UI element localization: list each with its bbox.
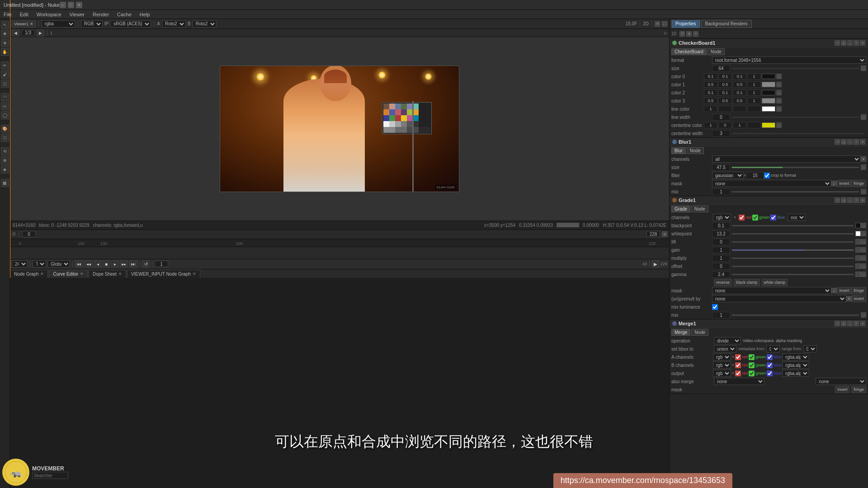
checker-lw-slider[interactable] — [732, 117, 859, 118]
merge-am2-select[interactable]: none — [816, 378, 866, 385]
colorspace-select[interactable]: RGB — [81, 20, 103, 28]
cl-anim[interactable]: ◇ — [776, 122, 782, 128]
checker-c3-r[interactable] — [704, 98, 717, 104]
stop[interactable]: ■ — [103, 260, 110, 267]
play-back[interactable]: ◂ — [94, 260, 101, 267]
checker-ci1[interactable]: ↗ — [835, 40, 840, 46]
checker-c1-b[interactable] — [733, 81, 746, 88]
c3-swatch[interactable] — [762, 98, 775, 103]
tool-move[interactable]: ✥ — [1, 30, 9, 38]
tool-transform[interactable]: ⟲ — [1, 147, 9, 155]
tab-viewerinput[interactable]: VIEWER_INPUT Node Graph ✕ — [127, 270, 200, 278]
blur-mask-select[interactable]: none — [712, 180, 831, 187]
grade-wp-swatch[interactable] — [855, 231, 861, 236]
channel-select[interactable]: rgba rgba.alpha — [42, 20, 75, 28]
blur-ch-more[interactable]: ▼ — [861, 156, 866, 162]
tool-zoom[interactable]: ⊕ — [1, 39, 9, 47]
merge-out-green[interactable] — [749, 371, 755, 376]
timeline-content[interactable] — [10, 247, 669, 259]
checker-format-select[interactable]: root.format 2048×1556 — [712, 56, 866, 64]
checker-size-slider[interactable] — [732, 68, 859, 69]
grade-red-check[interactable] — [739, 215, 745, 221]
checker-size-anim[interactable]: ◇ — [861, 66, 866, 71]
blur-ci1[interactable]: ↗ — [835, 139, 840, 145]
grade-lift-anim[interactable]: ◇ — [861, 239, 866, 244]
menu-cache[interactable]: Cache — [115, 12, 133, 17]
tool-draw[interactable]: ✏ — [1, 61, 9, 70]
merge-bch-blue[interactable] — [767, 362, 773, 368]
tab-dopesheet[interactable]: Dope Sheet ✕ — [89, 270, 126, 278]
grade-bp-swatch[interactable] — [855, 223, 861, 228]
lc-anim[interactable]: ◇ — [776, 106, 782, 112]
grade-mult-anim[interactable]: ◇ — [861, 255, 866, 261]
prop-icon-grid[interactable]: ⊞ — [686, 31, 692, 37]
c2-swatch[interactable] — [762, 90, 775, 95]
play-fwd[interactable]: ▸ — [111, 260, 118, 267]
frame-input[interactable] — [155, 261, 168, 267]
tab-dopesheet-close[interactable]: ✕ — [118, 272, 122, 276]
tool-eraser[interactable]: ◻ — [1, 80, 9, 88]
section-checker-header[interactable]: CheckerBoard1 ↗ ◎ – ? ✕ — [670, 39, 868, 47]
merge-ach-red[interactable] — [735, 354, 741, 360]
grade-ci2[interactable]: ◎ — [841, 197, 846, 203]
c2-anim[interactable]: ◇ — [776, 90, 782, 95]
merge-bbox-select[interactable]: union — [714, 345, 736, 352]
c0-swatch[interactable] — [762, 74, 775, 79]
grade-green-check[interactable] — [752, 215, 758, 221]
grade-wp-input[interactable] — [712, 230, 730, 237]
jump-start[interactable]: ⏮ — [75, 260, 83, 267]
grade-reverse-btn[interactable]: reverse — [714, 279, 732, 286]
view-select[interactable]: Global — [47, 260, 70, 267]
grade-ci1[interactable]: ↗ — [835, 197, 840, 203]
grade-lift-swatch[interactable] — [855, 239, 861, 244]
nav-next[interactable]: ▶ — [37, 29, 44, 37]
section-blur-header[interactable]: Blur1 ↗ ◎ – ? ✕ — [670, 138, 868, 146]
grade-gain-anim[interactable]: ◇ — [861, 247, 866, 253]
merge-ach-green[interactable] — [749, 354, 755, 360]
tool-extra1[interactable]: ▦ — [1, 179, 9, 187]
tool-color[interactable]: 🎨 — [1, 125, 9, 133]
blur-crop-label[interactable]: crop to format — [764, 173, 796, 178]
blur-channels-select[interactable]: all — [712, 155, 861, 163]
grade-ci5[interactable]: ✕ — [860, 197, 865, 203]
tab-nodegraph-close[interactable]: ✕ — [40, 272, 44, 276]
grade-subtab-grade[interactable]: Grade — [671, 206, 690, 212]
grade-unpremult-select[interactable]: none — [712, 295, 846, 302]
cl-swatch[interactable] — [762, 122, 775, 128]
merge-ci1[interactable]: ↗ — [835, 321, 840, 326]
c3-anim[interactable]: ◇ — [776, 98, 782, 103]
tab-viewerinput-close[interactable]: ✕ — [193, 272, 196, 276]
frame-nav[interactable] — [21, 30, 35, 36]
section-merge-header[interactable]: Merge1 ↗ ◎ – ? ✕ — [670, 319, 868, 328]
checker-size-input[interactable] — [712, 65, 730, 72]
merge-out-select[interactable]: rgba — [713, 370, 731, 377]
c1-swatch[interactable] — [762, 82, 775, 87]
checker-c3-g[interactable] — [718, 98, 732, 104]
grade-gamma-slider[interactable] — [732, 274, 854, 275]
grade-offset-slider[interactable] — [732, 266, 854, 267]
checker-c0-a[interactable] — [747, 73, 761, 80]
grade-gamma-swatch[interactable] — [855, 272, 861, 277]
blur-size-slider[interactable] — [732, 167, 859, 168]
checker-c0-g[interactable] — [718, 73, 732, 80]
grade-fringe-btn[interactable]: fringe — [851, 287, 866, 294]
merge-meta-select[interactable]: 0 — [766, 345, 780, 352]
merge-ci4[interactable]: ? — [854, 321, 859, 326]
checker-c2-a[interactable] — [747, 89, 761, 96]
grade-lift-slider[interactable] — [732, 241, 854, 243]
checker-c0-b[interactable] — [733, 73, 746, 80]
blur-ci3[interactable]: – — [847, 139, 853, 145]
grade-bp-slider[interactable] — [732, 225, 854, 226]
aces-select[interactable]: sRGB (ACES) — [110, 20, 151, 28]
maximize-button[interactable]: □ — [68, 2, 74, 8]
grade-ci3[interactable]: – — [847, 197, 853, 203]
merge-out-alpha-select[interactable]: rgba.alpha — [782, 370, 809, 377]
grade-mult-input[interactable] — [712, 255, 730, 262]
grade-mult-slider[interactable] — [732, 258, 854, 259]
blur-fringe-btn[interactable]: fringe — [851, 180, 866, 187]
checker-ci3[interactable]: – — [847, 40, 853, 46]
grade-blackclamp-btn[interactable]: black clamp — [734, 279, 760, 286]
checker-subtab-node[interactable]: Node — [708, 48, 725, 55]
merge-am-label[interactable]: alpha masking — [776, 338, 802, 343]
grade-offset-swatch[interactable] — [855, 263, 861, 269]
